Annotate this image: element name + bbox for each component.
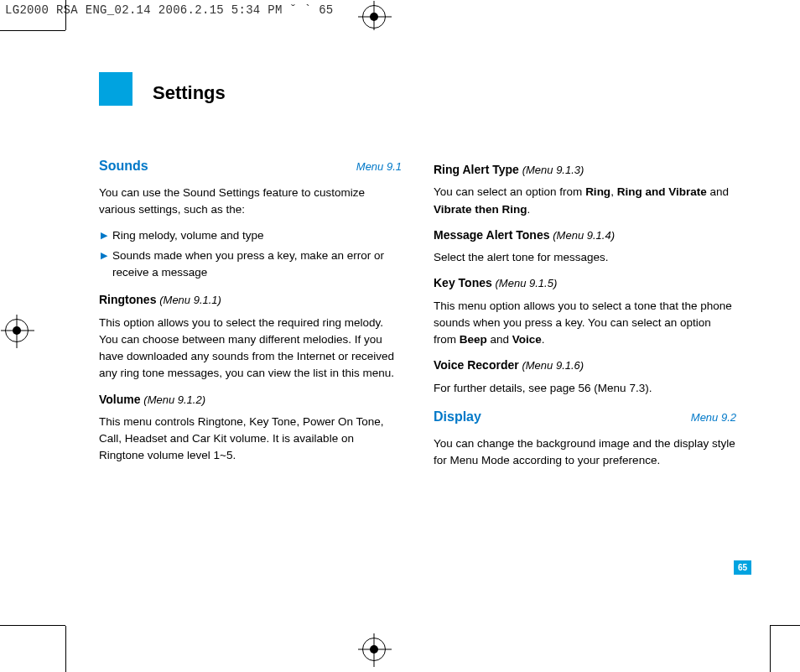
bold-text: Beep bbox=[460, 333, 487, 346]
page-title-block: Settings bbox=[99, 72, 267, 106]
subsection-menu-number: (Menu 9.1.5) bbox=[496, 277, 558, 289]
crop-mark bbox=[0, 625, 65, 626]
text: and bbox=[707, 185, 729, 198]
section-menu-number: Menu 9.1 bbox=[356, 159, 402, 175]
text: , bbox=[610, 185, 617, 198]
bold-text: Vibrate then Ring bbox=[434, 203, 527, 216]
subsection-heading: Ring Alert Type (Menu 9.1.3) bbox=[434, 161, 736, 179]
section-menu-number: Menu 9.2 bbox=[691, 409, 736, 426]
registration-mark-icon bbox=[5, 319, 29, 342]
subsection-title: Ring Alert Type bbox=[434, 163, 519, 176]
list-item: ▶ Sounds made when you press a key, make… bbox=[99, 247, 402, 282]
crop-mark bbox=[0, 30, 65, 31]
subsection-menu-number: (Menu 9.1.3) bbox=[522, 164, 584, 176]
section-title: Sounds bbox=[99, 156, 148, 176]
subsection-menu-number: (Menu 9.1.1) bbox=[159, 294, 221, 306]
body-text: This menu controls Ringtone, Key Tone, P… bbox=[99, 414, 402, 465]
bullet-text: Ring melody, volume and type bbox=[112, 227, 264, 244]
body-text: This option allows you to select the req… bbox=[99, 315, 402, 383]
title-accent-square bbox=[99, 72, 132, 106]
page-number-badge: 65 bbox=[734, 560, 751, 575]
registration-mark-icon bbox=[362, 638, 386, 661]
list-item: ▶ Ring melody, volume and type bbox=[99, 227, 402, 244]
crop-mark bbox=[65, 625, 66, 672]
text: . bbox=[527, 203, 531, 216]
bold-text: Ring and Vibrate bbox=[617, 185, 707, 198]
subsection-heading: Volume (Menu 9.1.2) bbox=[99, 391, 402, 409]
subsection-title: Message Alert Tones bbox=[434, 228, 550, 242]
bullet-text: Sounds made when you press a key, make a… bbox=[112, 247, 402, 282]
subsection-menu-number: (Menu 9.1.6) bbox=[522, 359, 584, 372]
text: . bbox=[542, 333, 545, 346]
left-column: Sounds Menu 9.1 You can use the Sound Se… bbox=[99, 156, 402, 477]
subsection-heading: Ringtones (Menu 9.1.1) bbox=[99, 291, 402, 309]
crop-mark bbox=[771, 625, 800, 626]
body-text: Select the alert tone for messages. bbox=[434, 249, 736, 266]
intro-paragraph: You can use the Sound Settings feature t… bbox=[99, 185, 402, 219]
registration-mark-icon bbox=[362, 5, 386, 29]
subsection-title: Voice Recorder bbox=[434, 358, 519, 372]
subsection-heading: Voice Recorder (Menu 9.1.6) bbox=[434, 357, 736, 374]
print-header: LG2000 RSA ENG_02.14 2006.2.15 5:34 PM ˘… bbox=[5, 3, 334, 17]
subsection-menu-number: (Menu 9.1.2) bbox=[143, 393, 205, 406]
body-text: You can change the background image and … bbox=[434, 435, 736, 470]
bold-text: Voice bbox=[512, 333, 542, 346]
body-text: This menu option allows you to select a … bbox=[434, 298, 736, 349]
body-text: For further details, see page 56 (Menu 7… bbox=[434, 380, 736, 397]
right-column: Ring Alert Type (Menu 9.1.3) You can sel… bbox=[434, 156, 736, 477]
bullet-list: ▶ Ring melody, volume and type ▶ Sounds … bbox=[99, 227, 402, 282]
arrow-icon: ▶ bbox=[101, 247, 107, 282]
crop-mark bbox=[65, 0, 66, 30]
crop-mark bbox=[770, 625, 771, 672]
page-title: Settings bbox=[141, 82, 226, 104]
section-heading-display: Display Menu 9.2 bbox=[434, 407, 736, 427]
section-title: Display bbox=[434, 407, 481, 427]
arrow-icon: ▶ bbox=[101, 227, 107, 244]
bold-text: Ring bbox=[585, 185, 610, 198]
subsection-menu-number: (Menu 9.1.4) bbox=[553, 229, 615, 242]
subsection-title: Ringtones bbox=[99, 293, 156, 306]
text: and bbox=[487, 333, 512, 346]
subsection-heading: Message Alert Tones (Menu 9.1.4) bbox=[434, 227, 736, 244]
section-heading-sounds: Sounds Menu 9.1 bbox=[99, 156, 402, 176]
subsection-title: Key Tones bbox=[434, 276, 492, 289]
page-body: Settings Sounds Menu 9.1 You can use the… bbox=[65, 30, 770, 626]
content-columns: Sounds Menu 9.1 You can use the Sound Se… bbox=[99, 156, 736, 477]
text: You can select an option from bbox=[434, 185, 585, 198]
subsection-title: Volume bbox=[99, 393, 141, 406]
body-text: You can select an option from Ring, Ring… bbox=[434, 184, 736, 218]
subsection-heading: Key Tones (Menu 9.1.5) bbox=[434, 274, 736, 292]
